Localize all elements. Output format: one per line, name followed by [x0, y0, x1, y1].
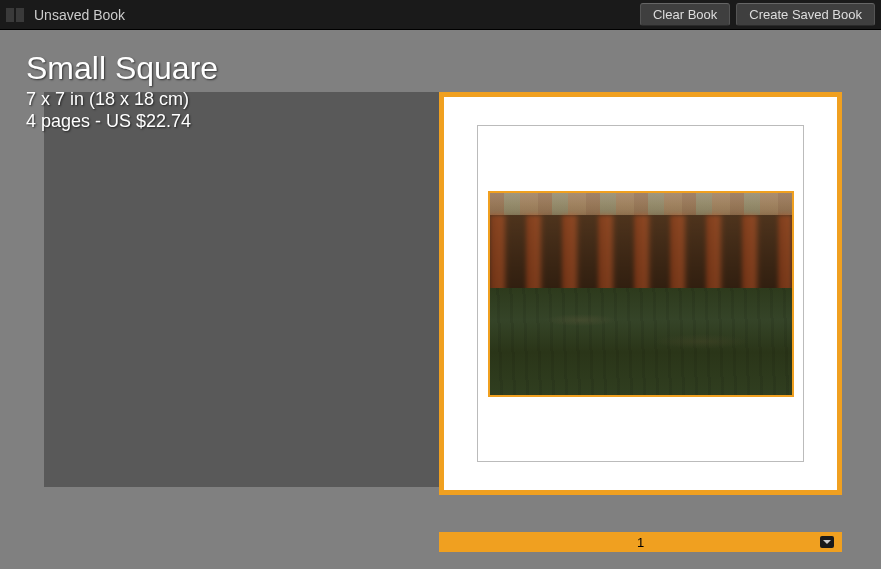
book-price-label: 4 pages - US $22.74: [26, 111, 218, 132]
top-bar-actions: Clear Book Create Saved Book: [640, 3, 875, 26]
view-toggle-icon[interactable]: [6, 8, 24, 22]
top-bar-left: Unsaved Book: [6, 7, 125, 23]
front-cover-wrapper: 1: [439, 92, 842, 552]
page-options-icon[interactable]: [820, 536, 834, 548]
book-dimensions-label: 7 x 7 in (18 x 18 cm): [26, 89, 218, 110]
front-cover-selection[interactable]: [439, 92, 842, 495]
page-number-label: 1: [637, 535, 644, 550]
cover-photo: [490, 193, 792, 395]
create-saved-book-button[interactable]: Create Saved Book: [736, 3, 875, 26]
book-info-overlay: Small Square 7 x 7 in (18 x 18 cm) 4 pag…: [26, 50, 218, 132]
cover-photo-cell[interactable]: [488, 191, 794, 397]
clear-book-button[interactable]: Clear Book: [640, 3, 730, 26]
page-margin-guide: [477, 125, 804, 462]
book-title-label: Unsaved Book: [34, 7, 125, 23]
back-cover-page[interactable]: [44, 92, 439, 487]
page-label-bar: 1: [439, 532, 842, 552]
front-cover-page[interactable]: [444, 97, 837, 490]
book-format-title: Small Square: [26, 50, 218, 87]
content-area: Small Square 7 x 7 in (18 x 18 cm) 4 pag…: [0, 30, 881, 569]
top-bar: Unsaved Book Clear Book Create Saved Boo…: [0, 0, 881, 30]
